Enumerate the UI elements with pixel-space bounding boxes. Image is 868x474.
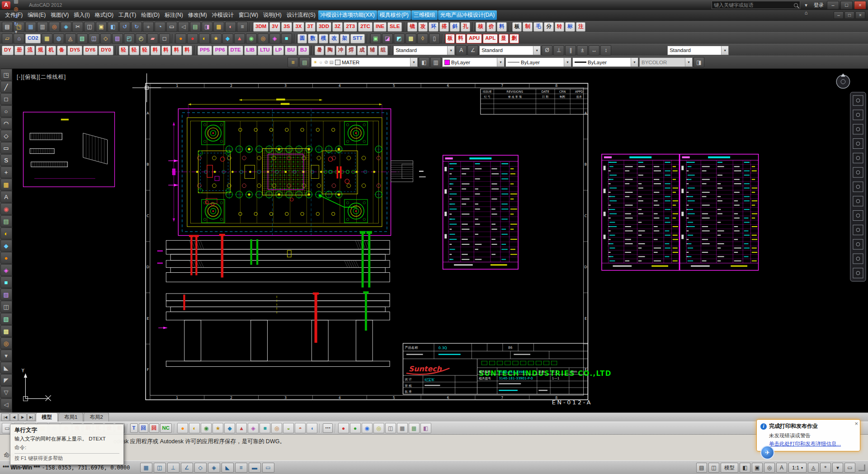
hatch-icon[interactable]: ▦	[0, 179, 12, 190]
tolerance-icon[interactable]: ±	[577, 45, 588, 56]
toolbar-button-PP5[interactable]: PP5	[198, 46, 212, 55]
toolbar-button-3DD[interactable]: 3DD	[316, 22, 331, 32]
arc-icon[interactable]: ◠	[0, 118, 12, 129]
model-space-button[interactable]: 模型	[721, 463, 738, 473]
toolbar-button-毛[interactable]: 毛	[533, 22, 543, 32]
shade-icon[interactable]: ▨	[112, 33, 123, 44]
toolbar-button-板[interactable]: 板	[512, 22, 522, 32]
tab-布局2[interactable]: 布局2	[84, 412, 108, 422]
toolbar-button-冲[interactable]: 冲	[336, 46, 346, 55]
toolbar-button-核[interactable]: 核	[476, 22, 486, 32]
toolbar-button-LTU[interactable]: LTU	[258, 46, 272, 55]
drawing-canvas[interactable]: [-][俯视][二维线框] 1122334455667788AABBCCDDEE…	[12, 68, 868, 412]
workspace-switch-icon[interactable]: ＊	[820, 463, 831, 473]
status-toggle-icon[interactable]: ≡	[235, 463, 247, 473]
diameter-icon[interactable]: Ø	[542, 45, 552, 56]
close-button[interactable]: ×	[854, 1, 866, 9]
text-style-dropdown[interactable]: Standard▼	[393, 46, 455, 55]
tool-icon[interactable]: ◆	[224, 423, 235, 433]
annotation-visibility-icon[interactable]: ◬	[808, 463, 819, 473]
toolbar-button-3Z[interactable]: 3Z	[332, 22, 343, 32]
tab-scroll-arrow[interactable]: |◀	[1, 413, 9, 421]
line-icon[interactable]: ╱	[0, 81, 12, 93]
toolbar-button-CO2[interactable]: CO2	[25, 34, 41, 43]
matchprop-icon[interactable]: ◧	[108, 22, 118, 32]
menu-item[interactable]: 光电产品冲模设计(DA)	[438, 10, 497, 20]
tool-icon[interactable]: ◖	[307, 423, 317, 433]
pan-icon[interactable]: ＋	[143, 22, 154, 32]
annotation-scale-icon[interactable]: A	[776, 463, 787, 473]
tab-模型[interactable]: 模型	[36, 412, 58, 422]
menu-item[interactable]: 模具核价(P)	[377, 10, 411, 20]
tab-scroll-arrow[interactable]: ▶|	[27, 413, 35, 421]
maximize-button[interactable]: □	[840, 1, 853, 9]
toolbar-button-轻[interactable]: 轻	[119, 46, 129, 55]
block-icon[interactable]: ▱	[2, 33, 13, 44]
steeringwheel-icon[interactable]: ◎	[764, 463, 775, 473]
toolbar-button-PP6[interactable]: PP6	[213, 46, 227, 55]
designcenter-icon[interactable]: ◨	[202, 22, 212, 32]
doc-minimize-button[interactable]: –	[834, 11, 844, 19]
region-icon[interactable]: ●	[0, 252, 12, 264]
resize-grip[interactable]	[859, 465, 865, 471]
text-icon[interactable]: A	[0, 191, 12, 203]
search-box[interactable]: 键入关键字或短语	[712, 1, 800, 9]
zoom-tool-icon[interactable]: ▣	[752, 463, 763, 473]
notification-link[interactable]: 单击此处打印和发布详细信息...	[769, 441, 856, 447]
toolbar-button-组[interactable]: 组	[378, 46, 388, 55]
toolbar-button-数[interactable]: 数	[308, 34, 318, 43]
tool-icon[interactable]: ◉	[362, 423, 373, 433]
cut-icon[interactable]: ✂	[72, 22, 83, 32]
doc-restore-button[interactable]: □	[844, 11, 854, 19]
redo-icon[interactable]: ↻	[131, 22, 142, 32]
minimize-button[interactable]: –	[827, 1, 839, 9]
toolbar-button-注[interactable]: 注	[576, 22, 586, 32]
toolbar-button-2T3[interactable]: 2T3	[344, 22, 357, 32]
prev-icon[interactable]: ◁	[0, 398, 12, 410]
block-icon[interactable]: ◆	[0, 240, 12, 251]
menu-item[interactable]: 编辑(E)	[25, 10, 48, 20]
toolbar-button-APL[interactable]: APL	[483, 34, 498, 43]
chevron-down-icon[interactable]: ▼	[447, 46, 454, 55]
qat-menu-icon[interactable]: ▾	[12, 28, 20, 36]
toolbar-button-板[interactable]: 板	[445, 34, 455, 43]
tool-icon[interactable]: ◉	[201, 423, 212, 433]
toolbar-button-BJ[interactable]: BJ	[298, 46, 309, 55]
communication-balloon-icon[interactable]: ✈	[760, 446, 774, 460]
tool-icon[interactable]: ●	[350, 423, 361, 433]
rotate-icon[interactable]: ◇	[100, 33, 111, 44]
lineweight-dropdown[interactable]: ByLayer▼	[572, 57, 638, 67]
paste-icon[interactable]: ▣	[96, 22, 107, 32]
tool-icon[interactable]: ▩	[406, 33, 416, 44]
spline-icon[interactable]: S	[0, 154, 12, 166]
pan-tool-icon[interactable]: ◧	[740, 463, 750, 473]
polyline-icon[interactable]: ▭	[0, 142, 12, 154]
tool-icon[interactable]: ●	[177, 423, 188, 433]
toolpalette-icon[interactable]: ▩	[213, 22, 224, 32]
toolbar-button-T[interactable]: T	[130, 423, 138, 433]
table-style-dropdown[interactable]: Standard▼	[667, 46, 729, 55]
circle-icon[interactable]: ○	[0, 105, 12, 117]
view-icon[interactable]: ◰	[124, 33, 135, 44]
toolbar-button-回[interactable]: 回	[149, 423, 159, 433]
tool-icon[interactable]: ■	[281, 33, 292, 44]
layer-on-icon[interactable]: ☀	[313, 60, 317, 65]
tool-icon[interactable]: ◧	[420, 423, 431, 433]
tool-icon[interactable]: ◈	[269, 33, 280, 44]
menu-item[interactable]: 修改(M)	[186, 10, 209, 20]
menu-item[interactable]: 三维模组	[411, 10, 438, 20]
dim-linear-icon[interactable]: ↔	[589, 45, 599, 56]
layer-isolate-icon[interactable]: ▥	[430, 57, 441, 67]
toolbar-button-3DM[interactable]: 3DM	[253, 22, 269, 32]
tray-menu-icon[interactable]: ▾	[832, 463, 843, 473]
toolbar-button-显[interactable]: 显	[499, 34, 509, 43]
chevron-down-icon[interactable]: ▼	[497, 58, 504, 66]
home-icon[interactable]: ⌂	[802, 9, 811, 17]
toolbar-button-备[interactable]: 备	[57, 46, 67, 55]
plot-icon[interactable]: ▥	[37, 22, 48, 32]
status-toggle-icon[interactable]: ▬	[249, 463, 261, 473]
toolbar-button-DY0[interactable]: DY0	[99, 46, 113, 55]
undo-icon[interactable]: ↺	[119, 22, 130, 32]
toolbar-button-圆[interactable]: 圆	[297, 34, 307, 43]
tool-icon[interactable]: ◎	[258, 33, 269, 44]
